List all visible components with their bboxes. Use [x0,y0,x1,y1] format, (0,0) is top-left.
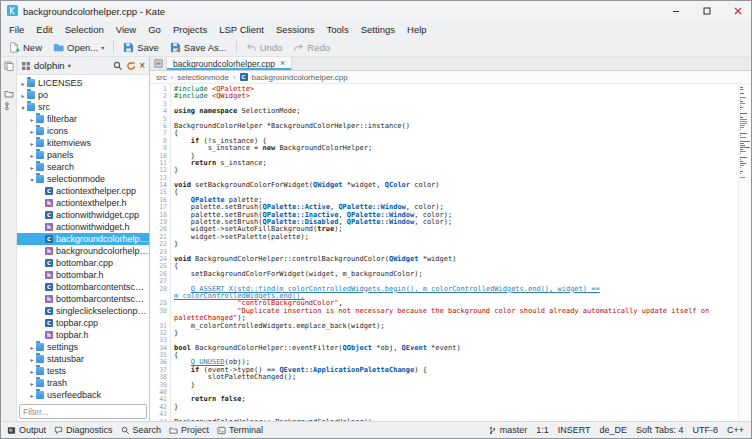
code-area[interactable]: #include <QPalette>#include <QWidget>usi… [171,84,738,421]
tree-folder-panels[interactable]: ▸panels [17,149,149,161]
save-button[interactable]: Save [118,41,164,54]
minimap[interactable] [738,84,751,421]
tree-folder-icons[interactable]: ▸icons [17,125,149,137]
breadcrumb-backgroundcolorhelper-cpp[interactable]: backgroundcolorhelper.cpp [252,73,348,82]
code-line[interactable]: } [174,382,738,389]
tree-file-bottombar-h[interactable]: hbottombar.h [17,269,149,281]
code-line[interactable]: } [174,241,738,248]
tree-file-actiontexthelper-cpp[interactable]: Cactiontexthelper.cpp [17,185,149,197]
chevron-down-icon[interactable]: ▾ [68,62,71,70]
code-line[interactable]: BackgroundColorHelper *BackgroundColorHe… [174,123,738,130]
code-line[interactable]: } [174,404,738,411]
tab-mode[interactable]: Soft Tabs: 4 [636,425,683,435]
tree-folder-kitemviews[interactable]: ▸kitemviews [17,137,149,149]
tree-file-bottombarcontentscont[interactable]: Cbottombarcontentscont... [17,281,149,293]
menu-projects[interactable]: Projects [167,23,213,36]
tree-folder-statusbar[interactable]: ▸statusbar [17,353,149,365]
tree-folder-settings[interactable]: ▸settings [17,341,149,353]
tree-folder-search[interactable]: ▸search [17,161,149,173]
menu-help[interactable]: Help [401,23,433,36]
code-line[interactable]: bool BackgroundColorHelper::eventFilter(… [174,345,738,352]
input-mode[interactable]: INSERT [558,425,591,435]
tree-file-bottombarcontentscont[interactable]: hbottombarcontentscont... [17,293,149,305]
tree-file-actionwithwidget-h[interactable]: hactionwithwidget.h [17,221,149,233]
code-line[interactable]: return s_instance; [174,160,738,167]
new-button[interactable]: New [4,41,47,54]
tree-file-bottombar-cpp[interactable]: Cbottombar.cpp [17,257,149,269]
menu-lsp-client[interactable]: LSP Client [213,23,270,36]
code-line[interactable]: using namespace SelectionMode; [174,108,738,115]
code-line[interactable]: } [174,167,738,174]
tree-folder-src[interactable]: ▾src [17,101,149,113]
project-name[interactable]: dolphin [34,60,65,71]
menu-selection[interactable]: Selection [59,23,110,36]
code-line[interactable]: return false; [174,396,738,403]
menu-edit[interactable]: Edit [30,23,58,36]
breadcrumb-src[interactable]: src [156,73,167,82]
minimap-line [740,171,743,172]
git-branch[interactable]: master [488,425,528,435]
open-button[interactable]: Open... ▾ [48,41,109,54]
menu-go[interactable]: Go [142,23,167,36]
tree-file-topbar-h[interactable]: htopbar.h [17,329,149,341]
code-line[interactable]: "Duplicate insertion is not necessary be… [174,308,738,315]
filter-input[interactable] [19,404,147,419]
tree-file-actionwithwidget-cpp[interactable]: Cactionwithwidget.cpp [17,209,149,221]
panel-button-output[interactable]: Output [3,422,50,438]
tree-folder-userfeedback[interactable]: ▸userfeedback [17,389,149,399]
breadcrumb-selectionmode[interactable]: selectionmode [177,73,229,82]
code-line[interactable]: #include <QWidget> [174,93,738,100]
menu-settings[interactable]: Settings [355,23,401,36]
syntax-mode[interactable]: C++ [727,425,744,435]
code-line[interactable]: slotPaletteChanged(); [174,374,738,381]
git-tool-icon[interactable] [3,100,15,112]
tree-folder-licenses[interactable]: ▸LICENSES [17,77,149,89]
code-line[interactable] [174,389,738,396]
documents-icon[interactable] [3,60,15,72]
code-line[interactable]: m_colorControlledWidgets.emplace_back(wi… [174,323,738,330]
panel-button-diagnostics[interactable]: Diagnostics [50,422,117,438]
refresh-icon[interactable] [126,61,136,71]
tree-file-backgroundcolorhelper-h[interactable]: hbackgroundcolorhelper.h [17,245,149,257]
tree-folder-trash[interactable]: ▸trash [17,377,149,389]
menu-sessions[interactable]: Sessions [270,23,321,36]
dictionary[interactable]: de_DE [600,425,628,435]
search-icon[interactable] [113,61,123,71]
encoding[interactable]: UTF-8 [692,425,718,435]
projects-icon[interactable] [3,88,15,100]
code-line[interactable]: s_instance = new BackgroundColorHelper; [174,145,738,152]
close-button[interactable] [725,1,751,21]
tab-close-icon[interactable]: × [280,59,285,68]
menu-view[interactable]: View [110,23,142,36]
panel-button-search[interactable]: Search [117,422,166,438]
menu-tools[interactable]: Tools [321,23,355,36]
tree-folder-filterbar[interactable]: ▸filterbar [17,113,149,125]
code-line[interactable]: widget->setPalette(palette); [174,234,738,241]
tree-folder-selectionmode[interactable]: ▾selectionmode [17,173,149,185]
code-line[interactable]: void BackgroundColorHelper::controlBackg… [174,256,738,263]
title-bar[interactable]: backgroundcolorhelper.cpp - Kate [1,1,751,21]
undo-button[interactable]: Undo [241,41,288,54]
save-as-button[interactable]: Save As... [165,41,232,54]
tree-folder-po[interactable]: ▸po [17,89,149,101]
tree-folder-tests[interactable]: ▸tests [17,365,149,377]
tree-file-backgroundcolorhelper-c[interactable]: Cbackgroundcolorhelper.c... [17,233,149,245]
tree-file-topbar-cpp[interactable]: Ctopbar.cpp [17,317,149,329]
code-line[interactable]: setBackgroundColorForWidget(widget, m_ba… [174,271,738,278]
redo-button[interactable]: Redo [288,41,335,54]
cursor-position[interactable]: 1:1 [536,425,549,435]
minimize-button[interactable] [663,1,689,21]
tab-backgroundcolorhelper[interactable]: backgroundcolorhelper.cpp × [166,57,292,70]
code-line[interactable]: void setBackgroundColorForWidget(QWidget… [174,182,738,189]
panel-button-terminal[interactable]: Terminal [213,422,267,438]
menu-file[interactable]: File [3,23,30,36]
code-line[interactable]: { [174,352,738,359]
panel-button-project[interactable]: Project [165,422,213,438]
tree-file-singleclickselectionproxy[interactable]: Csingleclickselectionproxy... [17,305,149,317]
document-list-icon[interactable] [150,57,166,70]
tree-file-actiontexthelper-h[interactable]: hactiontexthelper.h [17,197,149,209]
maximize-button[interactable] [694,1,720,21]
code-line[interactable]: #include <QPalette> [174,86,738,93]
code-line[interactable]: } [174,330,738,337]
close-sidebar-icon[interactable]: × [139,61,145,71]
